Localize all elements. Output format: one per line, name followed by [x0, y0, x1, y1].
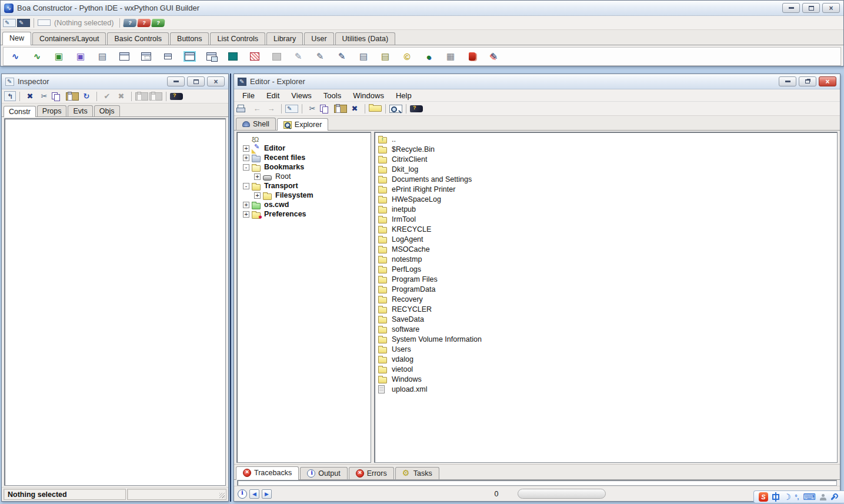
- inspector-light-icon[interactable]: [3, 19, 16, 27]
- cut-icon[interactable]: ✂: [38, 91, 51, 102]
- close-button[interactable]: ×: [207, 76, 225, 86]
- tab-objs[interactable]: Objs: [94, 105, 120, 116]
- copy-icon[interactable]: [52, 92, 65, 101]
- html-file-icon[interactable]: ●: [422, 49, 436, 64]
- file-item-recovery[interactable]: Recovery: [376, 294, 836, 304]
- file-item-inetpub[interactable]: inetpub: [376, 204, 836, 214]
- tab-evts[interactable]: Evts: [68, 105, 92, 116]
- tab-explorer[interactable]: Explorer: [277, 118, 329, 131]
- help-book-green-icon[interactable]: ?: [152, 19, 165, 27]
- explorer-tree[interactable]: + Editor + Recent files - Bookmarks: [236, 132, 371, 463]
- file-item-software[interactable]: software: [376, 324, 836, 334]
- file-item-upload-xml[interactable]: upload.xml: [376, 384, 836, 394]
- explorer-file-list[interactable]: .. $Recycle.Bin CitrixClient Dkit_log: [374, 132, 838, 463]
- parent-icon[interactable]: ↰: [4, 91, 16, 101]
- file-item-eprint-iright-printer[interactable]: ePrint iRight Printer: [376, 184, 836, 194]
- tab-containers-layout[interactable]: Containers/Layout: [32, 32, 106, 45]
- help-icon[interactable]: [410, 105, 423, 112]
- main-titlebar[interactable]: ∿ Boa Constructor - Python IDE - wxPytho…: [1, 1, 843, 16]
- tab-buttons[interactable]: Buttons: [170, 32, 209, 45]
- sogou-logo[interactable]: S: [759, 492, 768, 502]
- file-item-vdalog[interactable]: vdalog: [376, 354, 836, 364]
- package-icon[interactable]: ▣: [74, 49, 88, 64]
- menu-file[interactable]: File: [236, 90, 261, 101]
- menu-views[interactable]: Views: [285, 90, 317, 101]
- tree-item-filesystem[interactable]: + Filesystem: [238, 191, 369, 200]
- recreate-icon[interactable]: ↻: [80, 91, 93, 102]
- help-book-red-icon[interactable]: ?: [138, 19, 151, 27]
- file-item-system-volume-information[interactable]: System Volume Information: [376, 334, 836, 344]
- file-item-hwespacelog[interactable]: HWeSpaceLog: [376, 194, 836, 204]
- file-item-citrixclient[interactable]: CitrixClient: [376, 154, 836, 164]
- pencil-dialog-icon[interactable]: ✎: [313, 49, 327, 64]
- account-icon[interactable]: [820, 494, 826, 500]
- history-forward-button[interactable]: ▶: [262, 489, 272, 499]
- tab-library[interactable]: Library: [266, 32, 303, 45]
- file-item-programdata[interactable]: ProgramData: [376, 284, 836, 294]
- tab-errors[interactable]: Errors: [349, 467, 394, 479]
- tree-item-os-cwd[interactable]: + os.cwd: [238, 200, 369, 209]
- tree-item-transport[interactable]: - Transport: [238, 181, 369, 191]
- file-item-msocache[interactable]: MSOCache: [376, 244, 836, 254]
- panel-icon[interactable]: [226, 49, 240, 64]
- forward-icon[interactable]: →: [265, 103, 278, 114]
- file-item-documents-and-settings[interactable]: Documents and Settings: [376, 174, 836, 184]
- tree-item-editor[interactable]: + Editor: [238, 143, 369, 153]
- pencil-script-icon[interactable]: ✎: [335, 49, 349, 64]
- close-button[interactable]: ×: [819, 76, 836, 86]
- restore-button[interactable]: [799, 76, 816, 86]
- frame-icon[interactable]: [117, 49, 131, 64]
- revert-icon[interactable]: [149, 92, 162, 101]
- tree-expander[interactable]: +: [243, 211, 249, 218]
- file-item-program-files[interactable]: Program Files: [376, 274, 836, 284]
- tab-output[interactable]: Output: [300, 467, 348, 479]
- settings-wrench-icon[interactable]: [830, 493, 838, 500]
- file-item-savedata[interactable]: SaveData: [376, 314, 836, 324]
- editor-titlebar[interactable]: Editor - Explorer ×: [234, 74, 840, 89]
- soft-keyboard-icon[interactable]: ⌨: [803, 492, 816, 502]
- tree-item-preferences[interactable]: + Preferences: [238, 209, 369, 219]
- tree-expander[interactable]: +: [243, 145, 249, 152]
- file-item-dkit-log[interactable]: Dkit_log: [376, 164, 836, 174]
- tab-tracebacks[interactable]: Tracebacks: [236, 466, 299, 480]
- menu-windows[interactable]: Windows: [347, 90, 390, 101]
- paste-icon[interactable]: [334, 105, 347, 113]
- python-app-icon[interactable]: ∿: [8, 49, 22, 64]
- text-file-icon[interactable]: ▤: [356, 49, 371, 64]
- menu-help[interactable]: Help: [390, 90, 418, 101]
- dialog-icon[interactable]: [139, 49, 153, 64]
- full-half-width-icon[interactable]: ☽: [783, 492, 791, 502]
- output-panel-collapsed[interactable]: [237, 480, 837, 486]
- tab-user[interactable]: User: [304, 32, 333, 45]
- help-icon[interactable]: [170, 93, 183, 100]
- tree-expander[interactable]: -: [243, 183, 249, 189]
- wx-app-icon[interactable]: ∿: [30, 49, 44, 64]
- tree-item-root[interactable]: + Root: [238, 172, 369, 181]
- tab-basic-controls[interactable]: Basic Controls: [107, 32, 169, 45]
- tree-item-bookmarks[interactable]: - Bookmarks: [238, 162, 369, 172]
- cut-icon[interactable]: ✂: [306, 103, 319, 114]
- tree-item-recent-files[interactable]: + Recent files: [238, 153, 369, 162]
- file-item-perflogs[interactable]: PerfLogs: [376, 264, 836, 274]
- file-item-krecycle[interactable]: KRECYCLE: [376, 224, 836, 234]
- open-folder-icon[interactable]: [369, 105, 382, 112]
- inspector-content-panel[interactable]: [4, 118, 226, 486]
- tree-expander[interactable]: +: [243, 202, 249, 208]
- paste-icon[interactable]: [66, 92, 79, 101]
- help-book-blue-icon[interactable]: ?: [124, 19, 137, 27]
- minimize-button[interactable]: [782, 3, 800, 13]
- copy-icon[interactable]: [320, 105, 333, 113]
- tab-new[interactable]: New: [2, 32, 31, 45]
- tab-utilities-data[interactable]: Utilities (Data): [335, 32, 396, 45]
- zip-file-icon[interactable]: ▦: [443, 49, 458, 64]
- menu-tools[interactable]: Tools: [318, 90, 347, 101]
- inspector-icon[interactable]: [285, 105, 298, 113]
- mdi-child-frame-icon[interactable]: [204, 49, 218, 64]
- module-icon[interactable]: ▤: [95, 49, 109, 64]
- marker-icon[interactable]: ✎: [487, 49, 501, 64]
- file-item-logagent[interactable]: LogAgent: [376, 234, 836, 244]
- resize-grip[interactable]: [219, 493, 225, 498]
- minimize-button[interactable]: [779, 76, 796, 86]
- close-button[interactable]: ×: [822, 3, 840, 13]
- pencil-frame-icon[interactable]: ✎: [291, 49, 305, 64]
